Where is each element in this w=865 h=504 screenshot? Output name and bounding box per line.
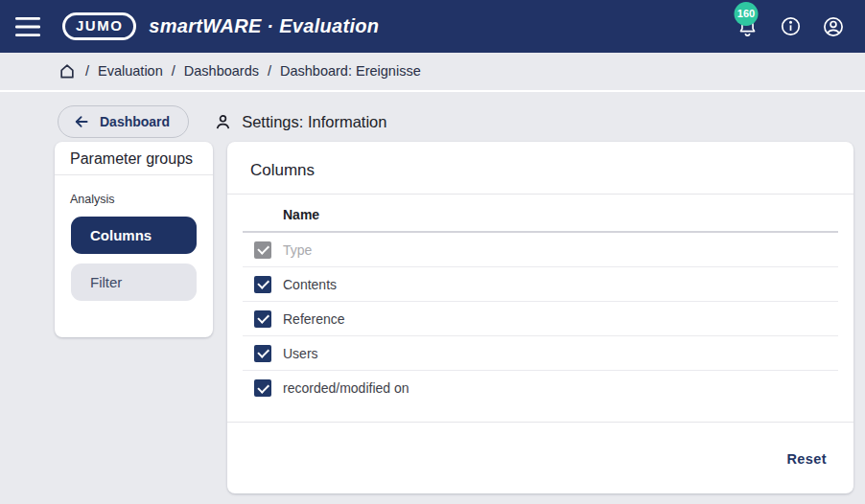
table-row: recorded/modified on — [243, 371, 838, 405]
home-icon — [58, 61, 77, 80]
checkbox-type — [254, 241, 271, 259]
sidebar-title: Parameter groups — [55, 142, 213, 175]
row-label: Users — [283, 346, 318, 361]
checkbox-users[interactable] — [254, 345, 271, 362]
table-row: Type — [243, 233, 838, 267]
breadcrumb-item-evaluation[interactable]: Evaluation — [98, 63, 163, 79]
row-label: Contents — [283, 277, 337, 292]
notifications-button[interactable]: 160 — [735, 14, 760, 39]
page-title-text: Settings: Information — [242, 113, 386, 131]
back-arrow-icon — [73, 113, 90, 130]
person-icon — [213, 112, 233, 132]
checkbox-reference[interactable] — [254, 310, 271, 328]
breadcrumb: / Evaluation / Dashboards / Dashboard: E… — [0, 53, 865, 92]
page-title: Settings: Information — [213, 112, 386, 132]
account-button[interactable] — [821, 14, 846, 39]
sidebar-item-filter[interactable]: Filter — [71, 263, 197, 301]
breadcrumb-item-current: Dashboard: Ereignisse — [280, 63, 421, 79]
column-header-name: Name — [243, 195, 838, 233]
jumo-logo-text: JUMO — [76, 17, 123, 34]
table-row: Reference — [243, 302, 838, 336]
jumo-logo[interactable]: JUMO — [62, 12, 136, 40]
table-row: Users — [243, 336, 838, 371]
notification-count-badge: 160 — [735, 2, 759, 26]
panel-footer: Reset — [227, 422, 853, 493]
content-area: Parameter groups Analysis Columns Filter… — [55, 142, 853, 493]
breadcrumb-separator: / — [268, 63, 271, 79]
breadcrumb-separator: / — [172, 63, 175, 79]
table-row: Contents — [243, 267, 838, 302]
reset-button[interactable]: Reset — [787, 451, 828, 467]
sidebar-group-label: Analysis — [70, 193, 198, 206]
checkbox-recorded-modified-on[interactable] — [254, 379, 271, 397]
app-header: JUMO smartWARE · Evaluation 160 — [0, 0, 865, 53]
account-icon — [822, 15, 845, 38]
panel-title: Columns — [227, 142, 853, 195]
columns-table: Name Type Contents Reference Users recor… — [243, 195, 838, 405]
row-label: Type — [283, 242, 312, 258]
menu-icon[interactable] — [15, 17, 40, 36]
columns-panel: Columns Name Type Contents Reference Use… — [227, 142, 853, 493]
breadcrumb-separator: / — [85, 63, 89, 79]
row-label: recorded/modified on — [283, 380, 409, 396]
breadcrumb-home[interactable] — [58, 61, 77, 80]
app-title: smartWARE · Evaluation — [149, 15, 379, 37]
sidebar-item-columns[interactable]: Columns — [71, 217, 197, 254]
info-button[interactable] — [778, 14, 803, 39]
checkbox-contents[interactable] — [254, 276, 271, 293]
row-label: Reference — [283, 311, 345, 327]
dashboard-back-button[interactable]: Dashboard — [58, 105, 189, 138]
breadcrumb-item-dashboards[interactable]: Dashboards — [184, 63, 259, 79]
info-icon — [780, 15, 802, 37]
toolbar: Dashboard Settings: Information — [58, 105, 865, 138]
parameter-groups-panel: Parameter groups Analysis Columns Filter — [55, 142, 213, 337]
back-button-label: Dashboard — [100, 114, 170, 129]
